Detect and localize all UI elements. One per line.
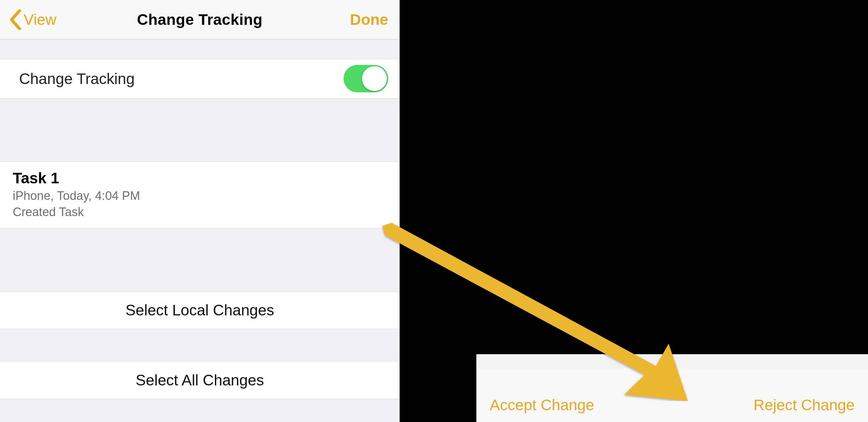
toggle-knob bbox=[362, 66, 387, 91]
spacer bbox=[0, 399, 400, 422]
reject-change-button[interactable]: Reject Change bbox=[753, 396, 855, 414]
change-item-title: Task 1 bbox=[13, 169, 387, 188]
select-all-changes-button[interactable]: Select All Changes bbox=[0, 361, 400, 399]
accept-change-button[interactable]: Accept Change bbox=[490, 396, 594, 414]
change-action-toolbar: Accept Change Reject Change bbox=[476, 368, 868, 422]
select-local-changes-button[interactable]: Select Local Changes bbox=[0, 292, 400, 329]
change-item-desc: Created Task bbox=[13, 204, 387, 220]
spacer bbox=[0, 329, 400, 361]
navbar-title: Change Tracking bbox=[137, 11, 262, 28]
change-item-meta: iPhone, Today, 4:04 PM bbox=[13, 188, 387, 204]
navbar: View Change Tracking Done bbox=[0, 0, 400, 39]
spacer bbox=[0, 39, 400, 59]
change-tracking-toggle[interactable] bbox=[344, 65, 388, 92]
back-button-label: View bbox=[24, 11, 56, 28]
spacer bbox=[0, 228, 400, 292]
change-tracking-panel: View Change Tracking Done Change Trackin… bbox=[0, 0, 400, 422]
change-item[interactable]: Task 1 iPhone, Today, 4:04 PM Created Ta… bbox=[0, 161, 400, 228]
select-local-changes-label: Select Local Changes bbox=[125, 301, 274, 319]
change-tracking-toggle-label: Change Tracking bbox=[19, 70, 135, 88]
back-button[interactable]: View bbox=[9, 0, 56, 39]
done-button-label: Done bbox=[350, 11, 388, 28]
done-button[interactable]: Done bbox=[350, 0, 388, 39]
select-all-changes-label: Select All Changes bbox=[136, 371, 264, 389]
change-tracking-toggle-row: Change Tracking bbox=[0, 59, 400, 98]
spacer bbox=[0, 99, 400, 162]
chevron-left-icon bbox=[9, 9, 22, 30]
